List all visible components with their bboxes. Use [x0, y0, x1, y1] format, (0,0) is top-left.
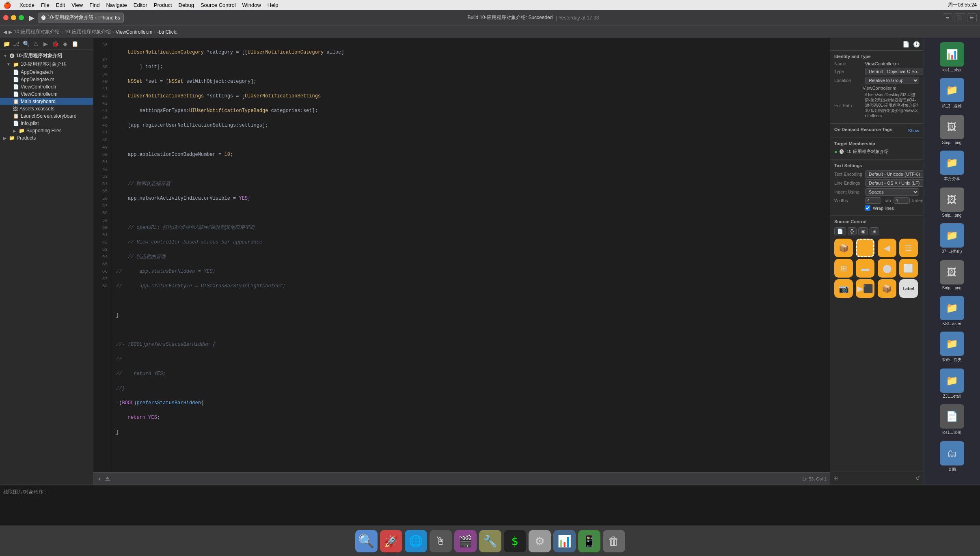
menu-navigate[interactable]: Navigate [106, 2, 127, 8]
target-checkbox-icon[interactable]: ● [834, 149, 837, 155]
desktop-icon-folder4[interactable]: 📁 KSI...aster [926, 294, 978, 328]
project-root[interactable]: ▼ 🅐 10-应用程序对象介绍 [0, 52, 93, 60]
wrap-lines-checkbox[interactable] [865, 205, 870, 211]
dock-safari[interactable]: 🌐 [405, 530, 427, 552]
file-appdelegate-m[interactable]: 📄AppDelegate.m [0, 76, 93, 83]
breadcrumb-2[interactable]: 10-应用程序对象介绍 [65, 28, 110, 35]
sc-icon-camera[interactable]: 📷 [834, 279, 853, 298]
desktop-icon-desktop[interactable]: 🗂 桌面 [926, 440, 978, 474]
inspector-grid-icon[interactable]: ⊞ [833, 475, 838, 481]
breadcrumb-3[interactable]: ViewController.m [116, 29, 152, 35]
file-info-plist[interactable]: 📄Info.plist [0, 120, 93, 127]
encoding-select[interactable]: Default - Unicode (UTF-8) [865, 170, 923, 178]
desktop-icon-folder6[interactable]: 📁 ZJL...etail [926, 367, 978, 400]
breadcrumb-4[interactable]: -btnClick: [157, 29, 177, 35]
file-main-storyboard[interactable]: 📋Main.storyboard [0, 98, 93, 105]
close-button[interactable] [3, 15, 9, 20]
debug-icon[interactable]: 🐞 [51, 40, 59, 48]
sc-icon-back[interactable]: ◀ [878, 239, 896, 257]
location-select[interactable]: Relative to Group [865, 77, 919, 84]
dock-launchpad[interactable]: 🚀 [380, 530, 402, 552]
desktop-icon-folder2[interactable]: 📁 车丹分享 [926, 149, 978, 183]
sc-file-btn[interactable]: 📄 [834, 227, 846, 235]
dock-tools[interactable]: 🔧 [479, 530, 501, 552]
sc-icon-grid[interactable]: ⊞ [834, 259, 853, 278]
build-run-button[interactable]: ▶ [29, 13, 35, 22]
desktop-icon-folder1[interactable]: 📁 第13...业维 [926, 76, 978, 111]
sc-icon-dotted-square[interactable] [856, 239, 874, 257]
dock-mouse[interactable]: 🖱 [430, 530, 452, 552]
folder-icon[interactable]: 📁 [2, 40, 11, 48]
group-app[interactable]: ▼ 📁 10-应用程序对象介绍 [0, 60, 93, 69]
menu-help[interactable]: Help [268, 2, 278, 8]
menu-source-control[interactable]: Source Control [201, 2, 236, 8]
breadcrumb-1[interactable]: 10-应用程序对象介绍 [14, 28, 60, 35]
dock-trash[interactable]: 🗑 [603, 530, 625, 552]
desktop-icon-folder3[interactable]: 📁 07-...(优化) [926, 222, 978, 256]
maximize-button[interactable] [19, 15, 24, 20]
type-select[interactable]: Default - Objective-C So... [865, 68, 923, 75]
sc-circle-btn[interactable]: ◉ [858, 227, 868, 235]
search-icon[interactable]: 🔍 [22, 40, 30, 48]
file-appdelegate-h[interactable]: 📄AppDelegate.h [0, 69, 93, 76]
sc-icon-label[interactable]: Label [899, 279, 918, 298]
file-inspector-icon[interactable]: 📄 [901, 40, 910, 49]
menu-product[interactable]: Product [154, 2, 172, 8]
add-file-button[interactable]: ＋ [97, 475, 102, 483]
menu-view[interactable]: View [71, 2, 83, 8]
show-button[interactable]: Show [908, 128, 919, 133]
dock-video[interactable]: 🎬 [454, 530, 477, 552]
desktop-icon-xlsx[interactable]: 📊 ios1....xlsx [926, 41, 978, 74]
scheme-selector[interactable]: 🅐 10-应用程序对象介绍 › iPhone 6s [38, 13, 124, 23]
desktop-icon-doc[interactable]: 📄 ios1...试题 [926, 403, 978, 437]
apple-menu[interactable]: 🍎 [3, 1, 11, 9]
file-assets[interactable]: 🖼Assets.xcassets [0, 105, 93, 112]
indent-width-input[interactable] [894, 197, 910, 204]
sc-icon-circle[interactable]: ⬤ [878, 259, 896, 278]
dock-finder[interactable]: 🔍 [355, 530, 378, 552]
dock-phone[interactable]: 📱 [578, 530, 600, 552]
desktop-icon-snip2[interactable]: 🖼 Snip....png [926, 186, 978, 219]
desktop-icon-snip3[interactable]: 🖼 Snip....png [926, 259, 978, 292]
menu-editor[interactable]: Editor [134, 2, 147, 8]
nav-prev[interactable]: ◀ [3, 29, 7, 35]
history-icon[interactable]: 🕐 [912, 40, 921, 49]
sc-icon-square[interactable]: ⬜ [899, 259, 918, 278]
menu-xcode[interactable]: Xcode [19, 2, 35, 8]
git-icon[interactable]: ⎇ [12, 40, 20, 48]
sc-icon-package[interactable]: 📦 [834, 239, 853, 257]
indent-select[interactable]: Spaces [865, 188, 919, 196]
sc-icon-minus[interactable]: ▬ [856, 259, 874, 278]
desktop-icon-snip1[interactable]: 🖼 Snip....png [926, 113, 978, 147]
menu-window[interactable]: Window [242, 2, 261, 8]
dock-activity-monitor[interactable]: 📊 [553, 530, 576, 552]
sc-icon-cube[interactable]: 📦 [878, 279, 896, 298]
dock-system-prefs[interactable]: ⚙ [529, 530, 551, 552]
endings-select[interactable]: Default - OS X / Unix (LF) [865, 179, 923, 187]
report-icon[interactable]: 📋 [71, 40, 79, 48]
menu-edit[interactable]: Edit [56, 2, 65, 8]
breakpoint-icon[interactable]: ◆ [61, 40, 69, 48]
sc-grid-btn[interactable]: ⊞ [870, 227, 879, 235]
menu-debug[interactable]: Debug [179, 2, 194, 8]
warning-icon[interactable]: ⚠ [32, 40, 40, 48]
file-viewcontroller-h[interactable]: 📄ViewController.h [0, 83, 93, 91]
name-value[interactable]: ViewController.m [865, 61, 919, 66]
file-viewcontroller-m[interactable]: 📄ViewController.m [0, 91, 93, 98]
code-content[interactable]: UIUserNotificationCategory *category = [… [111, 38, 830, 472]
menu-find[interactable]: Find [89, 2, 99, 8]
sc-braces-btn[interactable]: {} [848, 227, 857, 235]
group-products[interactable]: ▶ 📁 Products [0, 134, 93, 142]
file-launchscreen[interactable]: 📋LaunchScreen.storyboard [0, 112, 93, 120]
test-icon[interactable]: ▶ [41, 40, 50, 48]
sc-icon-play[interactable]: ▶⬛ [856, 279, 874, 298]
tab-width-input[interactable] [865, 197, 881, 204]
sc-icon-list[interactable]: ☰ [899, 239, 918, 257]
dock-terminal[interactable]: $ [504, 530, 526, 552]
menu-file[interactable]: File [41, 2, 50, 8]
desktop-icon-folder5[interactable]: 📁 未命...件夹 [926, 330, 978, 364]
nav-next[interactable]: ▶ [9, 29, 12, 35]
group-supporting[interactable]: ▶ 📁Supporting Files [0, 127, 93, 134]
minimize-button[interactable] [11, 15, 16, 20]
inspector-toggle[interactable]: ☰ [967, 13, 977, 22]
